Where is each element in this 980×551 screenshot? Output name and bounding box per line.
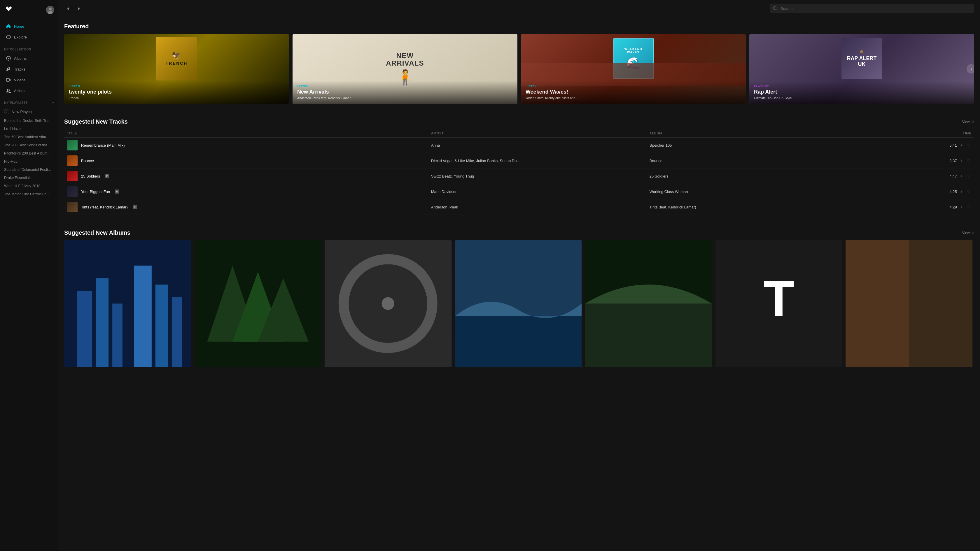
svg-rect-14 bbox=[156, 284, 168, 367]
card-more-button[interactable]: ··· bbox=[509, 37, 514, 43]
favorite-button[interactable]: ♡ bbox=[966, 173, 971, 179]
albums-icon bbox=[6, 56, 11, 61]
playlist-item[interactable]: Drake Essentials bbox=[0, 174, 58, 182]
sidebar-header bbox=[0, 0, 58, 19]
forward-button[interactable] bbox=[75, 5, 83, 13]
track-album: 25 Soldiers bbox=[647, 168, 847, 184]
playlist-item[interactable]: The 50 Best Ambient Albu... bbox=[0, 133, 58, 141]
table-row[interactable]: Bounce Dimitri Vegas & Like Mike, Julian… bbox=[64, 153, 974, 168]
featured-card-new-arrivals[interactable]: NEWARRIVALS 🧍 ··· LISTEN New Arrivals An… bbox=[293, 34, 517, 104]
track-album: Speicher 105 bbox=[647, 138, 847, 153]
videos-icon bbox=[6, 77, 11, 83]
track-album: Tints (feat. Kendrick Lamar) bbox=[647, 199, 847, 215]
nav-item-home[interactable]: Home bbox=[2, 21, 57, 32]
tracks-section-title: Suggested New Tracks bbox=[64, 113, 128, 125]
album-thumbnail bbox=[455, 240, 582, 367]
svg-rect-15 bbox=[172, 297, 182, 367]
card-content: PLAYLIST Rap Alert Ultimate Hip-Hop UK S… bbox=[749, 81, 974, 104]
playlist-item[interactable]: What Hi-Fi? May 2018 bbox=[0, 182, 58, 190]
album-card[interactable] bbox=[585, 240, 712, 369]
favorite-button[interactable]: ♡ bbox=[966, 158, 971, 164]
playlist-item[interactable]: The Motor City: Detroit Hou... bbox=[0, 190, 58, 198]
nav-item-explore[interactable]: Explore bbox=[2, 32, 57, 42]
card-title: New Arrivals bbox=[297, 89, 513, 95]
card-more-button[interactable]: ··· bbox=[738, 37, 742, 43]
featured-card-rap-alert[interactable]: 😐 RAP ALERTUK ··· PLAYLIST Rap Alert Ult… bbox=[749, 34, 974, 104]
add-to-playlist-button[interactable]: + bbox=[960, 189, 963, 194]
track-thumbnail bbox=[67, 156, 78, 166]
nav-arrows bbox=[64, 5, 83, 13]
playlist-item[interactable]: Behind the Decks: Seth Tro... bbox=[0, 117, 58, 125]
nav-item-videos[interactable]: Videos bbox=[2, 75, 57, 85]
nav-item-tracks[interactable]: Tracks bbox=[2, 64, 57, 75]
new-playlist-button[interactable]: + New Playlist bbox=[0, 107, 58, 117]
add-to-playlist-button[interactable]: + bbox=[960, 158, 963, 164]
svg-line-8 bbox=[776, 9, 777, 10]
albums-view-all[interactable]: View all bbox=[962, 231, 974, 235]
nav-item-albums[interactable]: Albums bbox=[2, 53, 57, 64]
featured-card-trench[interactable]: 🦅 TRENCH ··· LISTEN twenty one pilots Tr… bbox=[64, 34, 289, 104]
table-row[interactable]: Tints (feat. Kendrick Lamar) E Anderson … bbox=[64, 199, 974, 215]
track-title-cell: Remembrance (Main Mix) bbox=[67, 140, 425, 151]
back-button[interactable] bbox=[64, 5, 72, 13]
add-to-playlist-button[interactable]: + bbox=[960, 173, 963, 179]
playlist-item[interactable]: Hip-Hop bbox=[0, 157, 58, 165]
favorite-button[interactable]: ♡ bbox=[966, 204, 971, 210]
track-album: Bounce bbox=[647, 153, 847, 168]
featured-card-weekend-waves[interactable]: WEEKEND WAVES 🌊 ··· LISTEN Weekend Waves… bbox=[521, 34, 746, 104]
album-thumbnail bbox=[64, 240, 191, 367]
home-icon bbox=[6, 24, 11, 29]
album-card[interactable] bbox=[64, 240, 191, 369]
card-more-button[interactable]: ··· bbox=[281, 37, 286, 43]
favorite-button[interactable]: ♡ bbox=[966, 142, 971, 148]
svg-point-1 bbox=[49, 8, 52, 11]
favorite-button[interactable]: ♡ bbox=[966, 189, 971, 194]
card-more-button[interactable]: ··· bbox=[966, 37, 970, 43]
card-type-label: LISTEN bbox=[297, 85, 513, 88]
tracks-view-all[interactable]: View all bbox=[962, 120, 974, 124]
collection-label: MY COLLECTION bbox=[0, 44, 58, 53]
album-card[interactable] bbox=[455, 240, 582, 369]
album-thumbnail bbox=[194, 240, 321, 367]
table-row[interactable]: Remembrance (Main Mix) Anna Speicher 105… bbox=[64, 138, 974, 153]
playlist-item[interactable]: Lo-fi Haze bbox=[0, 125, 58, 133]
track-name: Tints (feat. Kendrick Lamar) bbox=[81, 205, 128, 209]
track-actions: 2:37 + ♡ bbox=[850, 158, 971, 164]
table-row[interactable]: 25 Soldiers E Swizz Beatz, Young Thug 25… bbox=[64, 168, 974, 184]
nav-item-artists[interactable]: Artists bbox=[2, 86, 57, 96]
track-title-cell: Tints (feat. Kendrick Lamar) E bbox=[67, 202, 425, 212]
table-row[interactable]: Your Biggest Fan E Marie Davidson Workin… bbox=[64, 184, 974, 199]
card-title: Rap Alert bbox=[754, 89, 969, 95]
card-content: LISTEN twenty one pilots Trench bbox=[64, 81, 289, 104]
svg-rect-11 bbox=[96, 278, 108, 367]
track-thumbnail bbox=[67, 186, 78, 197]
search-icon bbox=[773, 6, 777, 11]
carousel-next-button[interactable]: › bbox=[967, 64, 974, 73]
svg-point-3 bbox=[6, 35, 11, 39]
svg-point-22 bbox=[382, 297, 395, 310]
album-card[interactable]: T bbox=[716, 240, 842, 369]
playlists-more-button[interactable]: ··· bbox=[51, 100, 54, 105]
playlist-item[interactable]: Pitchfork's 200 Best Album... bbox=[0, 149, 58, 157]
album-card[interactable] bbox=[194, 240, 321, 369]
track-artist: Anna bbox=[428, 138, 647, 153]
search-input[interactable] bbox=[770, 4, 974, 13]
add-to-playlist-button[interactable]: + bbox=[960, 142, 963, 148]
track-title-cell: Your Biggest Fan E bbox=[67, 186, 425, 197]
suggested-tracks-section: Suggested New Tracks View all TITLE ARTI… bbox=[64, 113, 974, 215]
playlist-item[interactable]: The 200 Best Songs of the ... bbox=[0, 141, 58, 149]
track-actions: 5:41 + ♡ bbox=[850, 142, 971, 148]
album-card[interactable] bbox=[846, 240, 972, 369]
track-actions: 4:25 + ♡ bbox=[850, 189, 971, 194]
album-card[interactable] bbox=[325, 240, 452, 369]
user-avatar[interactable] bbox=[46, 6, 54, 14]
track-title-cell: 25 Soldiers E bbox=[67, 171, 425, 181]
track-time-cell: 4:25 + ♡ bbox=[847, 184, 974, 199]
playlist-item[interactable]: Sounds of Dekmantel Festi... bbox=[0, 165, 58, 174]
tracks-table-header: TITLE ARTIST ALBUM TIME bbox=[64, 129, 974, 138]
add-to-playlist-button[interactable]: + bbox=[960, 204, 963, 210]
tracks-table: TITLE ARTIST ALBUM TIME Remembrance (Mai… bbox=[64, 129, 974, 215]
playlists-section: MY PLAYLISTS ··· + New Playlist Behind t… bbox=[0, 96, 58, 198]
track-artist: Marie Davidson bbox=[428, 184, 647, 199]
tidal-logo[interactable] bbox=[4, 5, 13, 15]
